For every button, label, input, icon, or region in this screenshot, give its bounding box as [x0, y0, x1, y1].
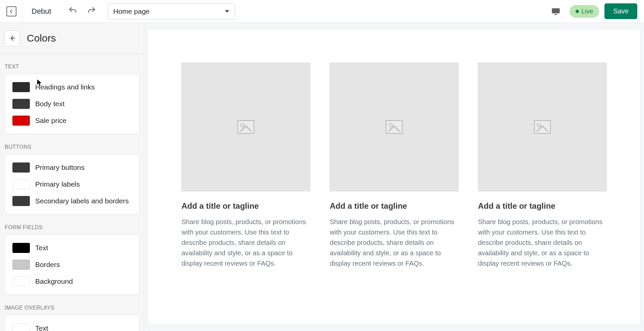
- page-selector-label: Home page: [113, 7, 150, 15]
- preview-column: Add a title or tagline Share blog posts,…: [478, 63, 607, 269]
- color-swatch: [12, 276, 30, 286]
- live-dot-icon: [576, 10, 579, 13]
- image-placeholder-icon: [237, 120, 254, 134]
- color-row-primary-labels[interactable]: Primary labels: [5, 176, 139, 193]
- color-swatch: [12, 196, 30, 206]
- color-row-sale-price[interactable]: Sale price: [5, 112, 139, 129]
- color-row-form-borders[interactable]: Borders: [5, 256, 139, 273]
- color-label: Headings and links: [35, 83, 95, 91]
- back-button[interactable]: [4, 30, 20, 46]
- color-swatch: [12, 260, 30, 270]
- color-label: Sale price: [35, 117, 66, 125]
- color-label: Text: [35, 244, 48, 252]
- image-placeholder: [181, 63, 310, 191]
- column-title: Add a title or tagline: [181, 201, 310, 211]
- color-row-body-text[interactable]: Body text: [5, 95, 139, 112]
- save-button[interactable]: Save: [604, 3, 637, 19]
- svg-rect-1: [554, 14, 557, 15]
- color-row-secondary-labels-borders[interactable]: Secondary labels and borders: [5, 193, 139, 209]
- color-label: Primary buttons: [35, 163, 85, 172]
- exit-button[interactable]: [0, 0, 23, 23]
- preview-panel: Add a title or tagline Share blog posts,…: [144, 23, 644, 331]
- preview-column: Add a title or tagline Share blog posts,…: [181, 63, 310, 269]
- history-controls: [60, 6, 104, 17]
- form-fields-colors-card: Text Borders Background: [5, 235, 139, 295]
- undo-button[interactable]: [68, 6, 77, 17]
- main-area: Colors TEXT Headings and links Body text…: [0, 23, 644, 331]
- button-colors-card: Primary buttons Primary labels Secondary…: [5, 154, 139, 214]
- column-title: Add a title or tagline: [478, 201, 607, 211]
- color-swatch: [12, 99, 30, 109]
- redo-button[interactable]: [87, 6, 96, 17]
- arrow-left-icon: [8, 35, 16, 42]
- undo-icon: [68, 6, 77, 15]
- image-placeholder: [478, 63, 607, 191]
- sidebar-title: Colors: [27, 32, 56, 44]
- sidebar-header: Colors: [0, 23, 144, 54]
- text-colors-card: Headings and links Body text Sale price: [5, 74, 139, 134]
- redo-icon: [87, 6, 96, 15]
- color-row-form-background[interactable]: Background: [5, 273, 139, 290]
- preview-frame: Add a title or tagline Share blog posts,…: [148, 29, 641, 325]
- color-label: Body text: [35, 100, 65, 108]
- live-badge-label: Live: [582, 8, 593, 15]
- theme-name: Debut: [23, 7, 60, 16]
- image-placeholder-icon: [534, 120, 551, 134]
- preview-column: Add a title or tagline Share blog posts,…: [330, 63, 459, 269]
- image-overlay-colors-card: Text: [5, 315, 139, 331]
- exit-icon: [6, 6, 16, 16]
- live-badge: Live: [570, 5, 599, 18]
- column-body: Share blog posts, products, or promotion…: [478, 217, 607, 269]
- color-swatch: [12, 162, 30, 173]
- color-swatch: [12, 323, 30, 331]
- color-swatch: [12, 179, 30, 189]
- desktop-view-button[interactable]: [548, 4, 564, 19]
- page-selector[interactable]: Home page: [108, 3, 235, 20]
- column-body: Share blog posts, products, or promotion…: [181, 217, 310, 269]
- column-body: Share blog posts, products, or promotion…: [330, 217, 459, 269]
- color-row-headings-links[interactable]: Headings and links: [5, 79, 139, 95]
- section-label-image-overlays: IMAGE OVERLAYS: [0, 295, 144, 315]
- column-title: Add a title or tagline: [330, 201, 459, 211]
- section-label-text: TEXT: [0, 54, 144, 74]
- sidebar: Colors TEXT Headings and links Body text…: [0, 23, 144, 331]
- color-label: Secondary labels and borders: [35, 197, 129, 205]
- preview-columns: Add a title or tagline Share blog posts,…: [181, 63, 607, 269]
- color-row-primary-buttons[interactable]: Primary buttons: [5, 159, 139, 176]
- color-label: Text: [35, 324, 48, 331]
- color-row-form-text[interactable]: Text: [5, 240, 139, 256]
- color-swatch: [12, 82, 30, 92]
- color-label: Primary labels: [35, 180, 80, 188]
- desktop-icon: [551, 7, 560, 16]
- image-placeholder-icon: [386, 120, 402, 134]
- image-placeholder: [330, 63, 459, 191]
- color-row-overlay-text[interactable]: Text: [5, 320, 139, 331]
- topbar: Debut Home page Live Save: [0, 0, 644, 23]
- color-swatch: [12, 243, 30, 253]
- section-label-buttons: BUTTONS: [0, 134, 144, 154]
- chevron-down-icon: [225, 10, 229, 13]
- color-label: Borders: [35, 261, 60, 269]
- color-label: Background: [35, 277, 73, 285]
- svg-rect-0: [552, 8, 559, 13]
- section-label-form-fields: FORM FIELDS: [0, 214, 144, 235]
- color-swatch: [12, 116, 30, 126]
